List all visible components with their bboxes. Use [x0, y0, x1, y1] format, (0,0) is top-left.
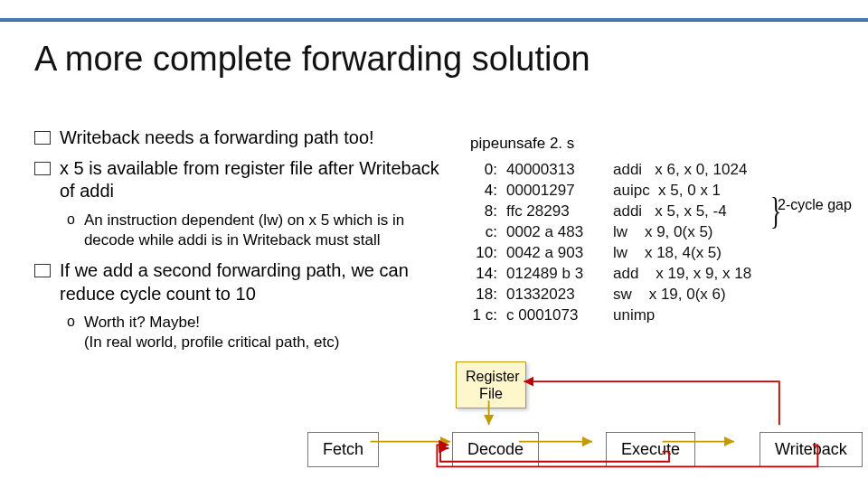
bullet-list: Writeback needs a forwarding path too! x…	[34, 127, 450, 361]
stage-fetch: Fetch	[307, 432, 379, 467]
code-filename: pipeunsafe 2. s	[470, 134, 751, 155]
stage-writeback: Writeback	[760, 432, 863, 467]
top-accent-bar	[0, 18, 868, 22]
bullet-text: x 5 is available from register file afte…	[60, 157, 450, 203]
pipeline-diagram: Register File Fetch Decode Execute Write…	[54, 361, 850, 470]
circle-icon: o	[67, 211, 75, 250]
code-row: c:0002 a 483lw x 9, 0(x 5)	[470, 222, 751, 243]
checkbox-icon	[34, 131, 51, 145]
bullet-item: Writeback needs a forwarding path too!	[34, 127, 450, 150]
subbullet-text: An instruction dependent (lw) on x 5 whi…	[84, 211, 450, 250]
code-row: 0:40000313addi x 6, x 0, 1024	[470, 160, 751, 181]
code-row: 1 c:c 0001073unimp	[470, 305, 751, 326]
bullet-item: x 5 is available from register file afte…	[34, 157, 450, 203]
subbullet-item: o An instruction dependent (lw) on x 5 w…	[67, 211, 450, 250]
stage-execute: Execute	[606, 432, 695, 467]
stage-decode: Decode	[452, 432, 539, 467]
bullet-text: Writeback needs a forwarding path too!	[60, 127, 374, 150]
code-row: 10:0042 a 903lw x 18, 4(x 5)	[470, 243, 751, 264]
bullet-text: If we add a second forwarding path, we c…	[60, 259, 450, 305]
page-title: A more complete forwarding solution	[34, 40, 590, 79]
code-row: 18:01332023sw x 19, 0(x 6)	[470, 285, 751, 305]
code-row: 8:ffc 28293addi x 5, x 5, -4	[470, 202, 751, 222]
checkbox-icon	[34, 264, 51, 277]
checkbox-icon	[34, 162, 51, 175]
subbullet-text: Worth it? Maybe! (In real world, profile…	[84, 313, 340, 352]
assembly-listing: pipeunsafe 2. s 0:40000313addi x 6, x 0,…	[470, 134, 751, 325]
bullet-item: If we add a second forwarding path, we c…	[34, 259, 450, 305]
code-row: 4:00001297auipc x 5, 0 x 1	[470, 181, 751, 202]
register-file-box: Register File	[456, 361, 526, 408]
gap-annotation: 2-cycle gap	[778, 197, 852, 213]
subbullet-item: o Worth it? Maybe! (In real world, profi…	[67, 313, 450, 352]
code-row: 14:012489 b 3add x 19, x 9, x 18	[470, 264, 751, 285]
circle-icon: o	[67, 313, 75, 352]
